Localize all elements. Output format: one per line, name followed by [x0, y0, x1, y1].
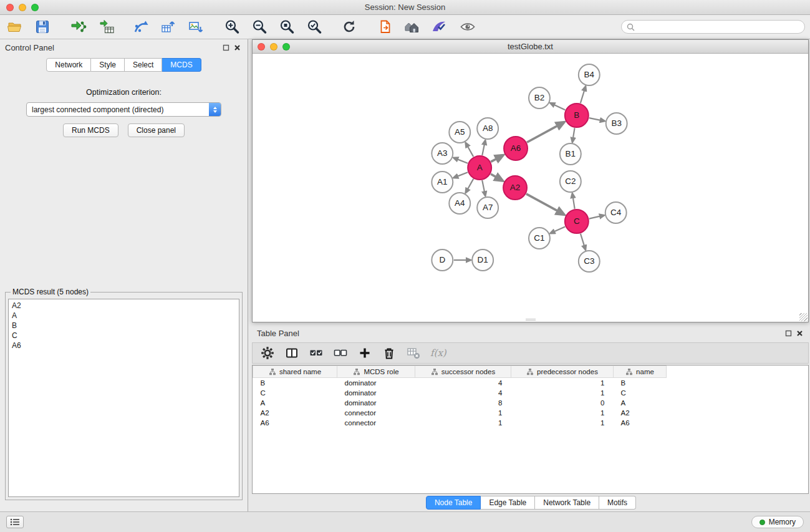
minimize-network-window-button[interactable]	[270, 43, 277, 51]
graph-edge-B-B3[interactable]	[589, 118, 600, 120]
list-item[interactable]: A6	[12, 341, 236, 351]
table-row[interactable]: A2 connector 1 1 A2	[253, 408, 809, 418]
graph-node-B4[interactable]: B4	[579, 64, 600, 85]
zoom-fit-button[interactable]	[306, 18, 323, 36]
graph-node-C[interactable]: C	[565, 210, 589, 233]
tab-select[interactable]: Select	[125, 58, 162, 72]
table-cell[interactable]: 1	[511, 378, 614, 388]
network-canvas[interactable]: B4B2BB3A5A8A6B1A3AA1C2A2A4A7C4CC1C3DD1	[253, 54, 808, 322]
table-cell[interactable]: B	[614, 378, 667, 388]
column-header-predecessor-nodes[interactable]: predecessor nodes	[511, 366, 614, 378]
add-row-button[interactable]	[357, 346, 372, 360]
window-bottom-grip[interactable]	[526, 319, 536, 321]
graph-edge-A-A2[interactable]	[491, 174, 496, 177]
graph-node-B[interactable]: B	[565, 104, 589, 127]
export-network-button[interactable]	[132, 18, 150, 36]
table-cell[interactable]: dominator	[337, 388, 415, 398]
graph-edge-A-A6[interactable]	[491, 158, 496, 162]
export-table-button[interactable]	[160, 18, 177, 36]
close-window-button[interactable]	[6, 4, 14, 11]
table-cell[interactable]: 0	[511, 398, 614, 408]
graph-node-A[interactable]: A	[468, 156, 491, 180]
graph-edge-C-C3[interactable]	[581, 234, 584, 246]
zoom-in-button[interactable]	[223, 18, 241, 36]
graph-node-A1[interactable]: A1	[432, 172, 453, 193]
graph-edge-A-A5[interactable]	[468, 147, 473, 157]
list-item[interactable]: B	[12, 321, 236, 331]
close-table-panel-button[interactable]	[794, 328, 805, 338]
table-row[interactable]: C dominator 4 1 C	[253, 388, 809, 398]
table-cell[interactable]: 1	[415, 408, 511, 418]
tab-edge-table[interactable]: Edge Table	[481, 496, 535, 510]
list-item[interactable]: C	[12, 331, 236, 341]
list-item[interactable]: A	[12, 311, 236, 321]
search-input[interactable]	[638, 22, 799, 31]
zoom-selected-button[interactable]	[278, 18, 296, 36]
table-cell[interactable]: C	[253, 388, 337, 398]
column-header-shared-name[interactable]: shared name	[253, 366, 337, 378]
column-header-mcds-role[interactable]: MCDS role	[337, 366, 415, 378]
open-file-button[interactable]	[6, 18, 24, 36]
close-panel-action-button[interactable]: Close panel	[128, 123, 185, 137]
column-header-name[interactable]: name	[614, 366, 667, 378]
refresh-view-button[interactable]	[340, 18, 358, 36]
table-cell[interactable]: dominator	[337, 398, 415, 408]
network-window-titlebar[interactable]: testGlobe.txt	[253, 40, 808, 54]
delete-rows-button[interactable]	[382, 346, 397, 360]
graph-edge-C-C1[interactable]	[554, 226, 565, 231]
table-cell[interactable]: 4	[415, 388, 511, 398]
clear-table-button[interactable]	[406, 346, 421, 360]
zoom-window-button[interactable]	[31, 4, 39, 11]
tab-style[interactable]: Style	[91, 58, 125, 72]
graph-node-D[interactable]: D	[432, 249, 453, 271]
graph-node-C4[interactable]: C4	[605, 202, 627, 223]
graph-edge-A6-B[interactable]	[527, 125, 557, 142]
column-header-successor-nodes[interactable]: successor nodes	[415, 366, 511, 378]
table-row[interactable]: A dominator 8 0 A	[253, 398, 809, 408]
float-panel-button[interactable]	[220, 42, 231, 52]
tab-network[interactable]: Network	[46, 58, 91, 72]
graph-node-A4[interactable]: A4	[449, 193, 470, 214]
table-cell[interactable]: A6	[614, 418, 667, 428]
table-cell[interactable]: 1	[511, 408, 614, 418]
manage-columns-button[interactable]	[284, 346, 299, 360]
graph-edge-A-A3[interactable]	[458, 159, 468, 163]
memory-button[interactable]: Memory	[751, 516, 804, 528]
graph-edge-C-C2[interactable]	[573, 198, 575, 209]
table-cell[interactable]: dominator	[337, 378, 415, 388]
table-row[interactable]: A6 connector 1 1 A6	[253, 418, 809, 428]
table-cell[interactable]: C	[614, 388, 667, 398]
graph-node-A6[interactable]: A6	[504, 137, 528, 160]
close-panel-button[interactable]	[231, 42, 243, 52]
graph-node-A3[interactable]: A3	[432, 143, 453, 164]
graph-node-A5[interactable]: A5	[449, 122, 470, 143]
mcds-result-list[interactable]: A2 A B C A6	[8, 299, 239, 497]
table-cell[interactable]: A2	[253, 408, 337, 418]
graph-edge-B-B4[interactable]	[581, 90, 584, 103]
graph-edge-A-A7[interactable]	[482, 180, 485, 191]
graph-node-A7[interactable]: A7	[477, 197, 498, 218]
home-button[interactable]	[403, 18, 420, 36]
graph-edge-B-B2[interactable]	[554, 105, 566, 110]
tab-mcds[interactable]: MCDS	[162, 58, 201, 72]
minimize-window-button[interactable]	[19, 4, 26, 11]
table-cell[interactable]: A	[253, 398, 337, 408]
table-cell[interactable]: connector	[337, 408, 415, 418]
table-cell[interactable]: 1	[415, 418, 511, 428]
select-all-rows-button[interactable]	[309, 346, 324, 360]
table-cell[interactable]: A2	[614, 408, 667, 418]
graph-node-C1[interactable]: C1	[529, 228, 550, 249]
graph-edge-A2-C[interactable]	[526, 194, 558, 211]
export-image-button[interactable]	[187, 18, 205, 36]
zoom-network-window-button[interactable]	[282, 43, 290, 51]
save-session-button[interactable]	[34, 18, 51, 36]
graph-node-A2[interactable]: A2	[503, 176, 527, 200]
graph-edge-A-A4[interactable]	[468, 179, 473, 189]
tab-motifs[interactable]: Motifs	[599, 496, 636, 510]
tab-network-table[interactable]: Network Table	[535, 496, 599, 510]
table-cell[interactable]: 4	[415, 378, 511, 388]
search-field[interactable]	[621, 20, 805, 34]
graph-node-B3[interactable]: B3	[606, 113, 627, 134]
table-cell[interactable]: 1	[511, 418, 614, 428]
task-history-button[interactable]	[6, 516, 24, 528]
